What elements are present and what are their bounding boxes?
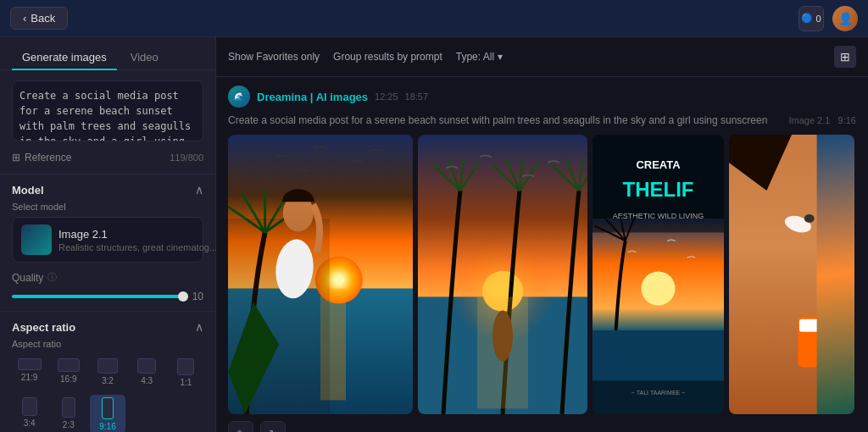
generation-header: 🌊 Dreamina | AI images 12:25 18:57 (228, 86, 856, 108)
notification-button[interactable]: 🔵 0 (798, 6, 824, 31)
model-section-header: Model ∧ (0, 174, 215, 202)
aspect-item-1-1[interactable]: 1:1 (169, 356, 203, 390)
aspect-label-3-4: 3:4 (24, 418, 36, 428)
back-label: Back (31, 12, 55, 25)
reference-button[interactable]: ⊞ Reference (12, 152, 71, 163)
model-desc: Realistic structures, great cinematog... (58, 242, 217, 252)
generation-title: Dreamina | AI images (257, 91, 368, 103)
refresh-icon: ↻ (269, 428, 278, 433)
aspect-item-9-16[interactable]: 9:16 (90, 395, 125, 432)
slider-thumb (178, 291, 188, 302)
model-thumbnail (21, 224, 52, 255)
prompt-input[interactable]: Create a social media post for a serene … (12, 80, 203, 141)
group-results-button[interactable]: Group results by prompt (333, 48, 442, 65)
top-bar-right: 🔵 0 👤 (798, 6, 858, 31)
back-icon: ‹ (23, 12, 26, 25)
aspect-grid: 21:916:93:24:31:1 (12, 356, 203, 390)
aspect-item-2-3[interactable]: 2:3 (51, 395, 86, 432)
content-area: 🌊 Dreamina | AI images 12:25 18:57 Creat… (216, 77, 868, 432)
top-bar: ‹ Back 🔵 0 👤 (0, 0, 868, 37)
notification-count: 0 (815, 14, 821, 24)
image-grid (228, 135, 856, 414)
aspect-section-title: Aspect ratio (12, 321, 75, 334)
tabs-header: Generate images Video (0, 37, 215, 70)
filter-bar: Show Favorites only Group results by pro… (216, 37, 868, 77)
aspect-collapse-button[interactable]: ∧ (195, 320, 203, 334)
aspect-label: Aspect ratio (12, 339, 203, 349)
generation-time2: 18:57 (405, 91, 429, 102)
generation-time: 12:25 (375, 91, 398, 102)
aspect-item-21-9[interactable]: 21:9 (12, 356, 47, 390)
tab-video[interactable]: Video (120, 46, 169, 70)
char-count: 119/800 (170, 152, 203, 163)
show-favorites-button[interactable]: Show Favorites only (228, 48, 320, 65)
aspect-label-9-16: 9:16 (99, 422, 115, 431)
aspect-label-2-3: 2:3 (63, 420, 75, 429)
aspect-label-21-9: 21:9 (21, 373, 37, 382)
quality-section: Quality ⓘ 10 (0, 271, 215, 312)
image-slot-4[interactable] (729, 135, 854, 414)
model-card[interactable]: Image 2.1 Realistic structures, great ci… (12, 217, 203, 263)
back-button[interactable]: ‹ Back (10, 7, 68, 30)
aspect-grid-row2: 3:42:39:16 (12, 395, 203, 432)
image-slot-1[interactable] (228, 135, 413, 414)
generation-avatar: 🌊 (228, 86, 250, 108)
slider-fill (12, 295, 183, 298)
aspect-section: Aspect ratio 21:916:93:24:31:1 3:42:39:1… (0, 339, 215, 432)
generation-prompt-text: Create a social media post for a serene … (228, 114, 767, 126)
image-slot-2[interactable] (418, 135, 587, 414)
generation-badge: Image 2.1 9:16 (788, 115, 856, 125)
reference-label: Reference (25, 152, 71, 163)
avatar[interactable]: 👤 (832, 6, 858, 31)
aspect-label-3-2: 3:2 (102, 376, 114, 385)
aspect-item-3-2[interactable]: 3:2 (90, 356, 125, 390)
quality-text: Quality (12, 272, 43, 284)
left-panel: Generate images Video Create a social me… (0, 37, 216, 432)
aspect-label-4-3: 4:3 (141, 376, 153, 385)
aspect-label-1-1: 1:1 (180, 378, 192, 387)
aspect-item-3-4[interactable]: 3:4 (12, 395, 47, 432)
prompt-section: Create a social media post for a serene … (0, 70, 215, 174)
quality-slider[interactable] (12, 295, 183, 298)
tab-generate[interactable]: Generate images (12, 46, 117, 70)
notification-icon: 🔵 (801, 13, 813, 24)
prompt-footer: ⊞ Reference 119/800 (12, 152, 203, 163)
aspect-item-16-9[interactable]: 16:9 (51, 356, 86, 390)
quality-slider-row: 10 (12, 291, 203, 302)
badge-model: Image 2.1 (788, 115, 830, 125)
main-layout: Generate images Video Create a social me… (0, 37, 868, 432)
aspect-label-16-9: 16:9 (60, 374, 76, 384)
model-section-title: Model (12, 184, 44, 197)
model-collapse-button[interactable]: ∧ (195, 183, 203, 197)
generation-prompt: Create a social media post for a serene … (228, 114, 856, 126)
model-info: Image 2.1 Realistic structures, great ci… (58, 228, 217, 252)
quality-label: Quality ⓘ (12, 271, 203, 284)
aspect-item-4-3[interactable]: 4:3 (130, 356, 164, 390)
refresh-button[interactable]: ↻ (260, 421, 286, 432)
badge-time: 9:16 (838, 115, 856, 125)
aspect-section-header: Aspect ratio ∧ (0, 312, 215, 339)
model-name: Image 2.1 (58, 228, 217, 241)
grid-view-button[interactable]: ⊞ (834, 46, 856, 68)
gen-avatar-text: 🌊 (234, 92, 244, 102)
filter-bar-right: ⊞ (834, 46, 856, 68)
edit-icon: ✎ (236, 428, 246, 433)
chevron-down-icon: ▾ (498, 51, 503, 63)
quality-value: 10 (190, 291, 203, 302)
right-panel: Show Favorites only Group results by pro… (216, 37, 868, 432)
avatar-image: 👤 (838, 12, 853, 25)
type-dropdown[interactable]: Type: All ▾ (456, 51, 503, 63)
quality-info-icon: ⓘ (47, 271, 57, 284)
type-label: Type: All (456, 51, 494, 63)
edit-button[interactable]: ✎ (228, 421, 253, 432)
reference-icon: ⊞ (12, 152, 20, 163)
image-slot-3[interactable] (593, 135, 724, 414)
model-select-label: Select model (0, 202, 215, 217)
bottom-actions: ✎ ↻ (228, 414, 856, 432)
